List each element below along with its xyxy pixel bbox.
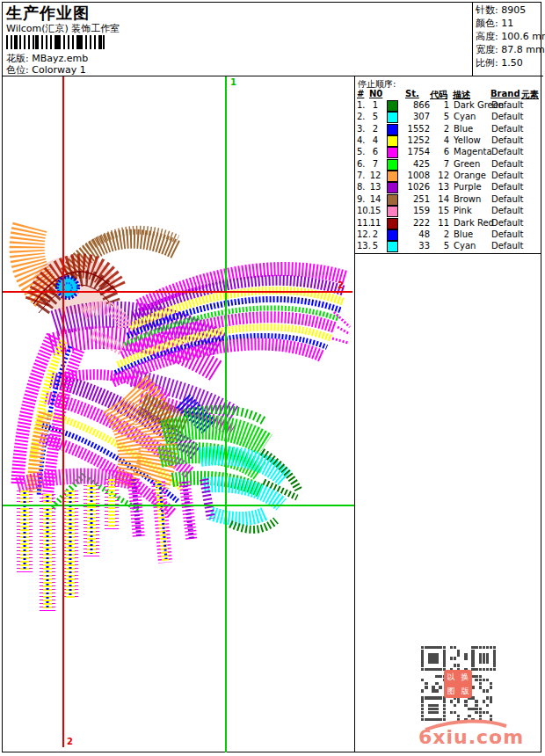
row-code: 6	[425, 147, 449, 156]
qr-module	[490, 686, 492, 688]
watermark-text: 6xiu.com	[418, 726, 524, 748]
qr-module	[479, 660, 482, 663]
qr-module	[479, 711, 482, 714]
row-needle: 2	[367, 229, 383, 239]
row-code: 2	[425, 124, 449, 134]
qr-module	[471, 708, 474, 710]
table-rule	[354, 253, 541, 254]
qr-module	[443, 650, 446, 652]
qr-module	[486, 689, 489, 692]
qr-module	[479, 657, 482, 659]
qr-module	[471, 660, 474, 663]
qr-module	[425, 696, 427, 699]
qr-module	[479, 708, 482, 710]
qr-module	[471, 657, 474, 659]
qr-module	[435, 689, 438, 692]
qr-module	[464, 653, 467, 656]
qr-module	[421, 646, 424, 649]
qr-module	[439, 686, 441, 688]
qr-module	[425, 682, 427, 685]
qr-module	[428, 657, 431, 659]
row-code: 15	[425, 206, 449, 215]
qr-module	[486, 711, 489, 714]
qr-module	[464, 700, 467, 702]
qr-module	[454, 711, 456, 714]
start-guide-horizontal-line	[3, 505, 354, 506]
row-needle: 6	[367, 147, 383, 156]
qr-module	[432, 657, 434, 659]
qr-module	[425, 686, 427, 688]
row-seq: 2.	[357, 112, 366, 121]
qr-module	[435, 657, 438, 659]
qr-module	[428, 696, 431, 699]
row-color-name: Blue	[454, 229, 473, 239]
row-brand: Default	[491, 241, 524, 251]
color-change-row: 6.74257GreenDefault	[0, 159, 545, 171]
qr-module	[428, 708, 431, 710]
qr-module	[432, 708, 434, 710]
qr-module	[493, 660, 496, 663]
color-change-row: 13.5335CyanDefault	[0, 241, 545, 252]
qr-module	[439, 675, 441, 678]
qr-module	[421, 650, 424, 652]
qr-module	[425, 668, 427, 671]
qr-module	[421, 700, 424, 702]
qr-module	[443, 653, 446, 656]
row-seq: 5.	[357, 147, 366, 156]
row-needle: 13	[367, 182, 383, 192]
qr-module	[475, 708, 477, 710]
qr-module	[490, 718, 492, 721]
qr-module	[475, 704, 477, 707]
company-name: Wilcom(汇京) 装饰工作室	[6, 22, 120, 35]
qr-module	[457, 650, 460, 652]
row-color-name: Brown	[454, 194, 481, 204]
qr-module	[479, 679, 482, 681]
stat-row: 高度: 100.6 mm	[476, 30, 545, 43]
row-brand: Default	[491, 171, 524, 180]
qr-module	[450, 646, 453, 649]
qr-module	[435, 696, 438, 699]
row-brand: Default	[491, 182, 524, 192]
qr-module	[479, 675, 482, 678]
qr-module	[432, 660, 434, 663]
qr-module	[486, 696, 489, 699]
qr-module	[483, 660, 485, 663]
qr-module	[421, 679, 424, 681]
row-color-name: Dark Red	[454, 218, 494, 228]
end-guide-vertical-line	[62, 76, 64, 747]
qr-module	[479, 682, 482, 685]
qr-module	[421, 718, 424, 721]
qr-module	[457, 653, 460, 656]
row-seq: 4.	[357, 135, 366, 145]
row-needle: 5	[367, 241, 383, 251]
row-brand: Default	[491, 159, 524, 169]
qr-module	[432, 718, 434, 721]
colorway: 色位: Colorway 1	[6, 63, 86, 76]
qr-module	[443, 711, 446, 714]
row-needle: 14	[367, 194, 383, 204]
color-change-row: 5.617546MagentaDefault	[0, 147, 545, 158]
qr-module	[428, 704, 431, 707]
qr-module	[490, 700, 492, 702]
qr-module	[435, 653, 438, 656]
qr-module	[479, 668, 482, 671]
qr-module	[450, 711, 453, 714]
qr-module	[421, 708, 424, 710]
qr-module	[457, 715, 460, 717]
color-change-row: 10.1515915PinkDefault	[0, 206, 545, 217]
row-seq: 9.	[357, 194, 366, 204]
qr-module	[475, 700, 477, 702]
row-color-name: Purple	[454, 182, 482, 192]
header-rule	[2, 76, 543, 76]
qr-module	[435, 646, 438, 649]
stamp-char: 图	[444, 684, 458, 698]
row-needle: 4	[367, 135, 383, 145]
qr-module	[490, 668, 492, 671]
qr-module	[454, 657, 456, 659]
qr-module	[421, 653, 424, 656]
qr-module	[486, 646, 489, 649]
row-color-name: Cyan	[454, 241, 476, 251]
qr-module	[443, 700, 446, 702]
qr-module	[471, 718, 474, 721]
qr-module	[432, 689, 434, 692]
